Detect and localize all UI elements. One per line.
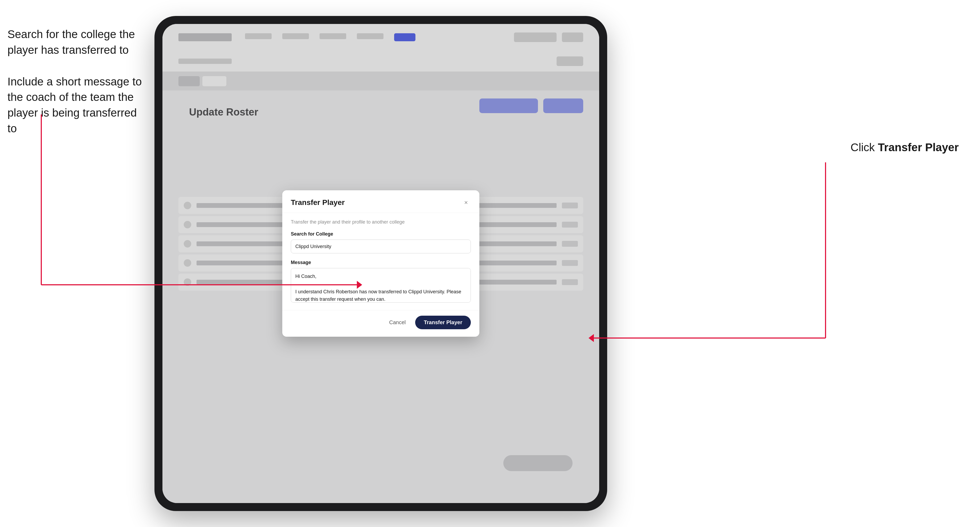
annotation-left: Search for the college the player has tr…	[8, 27, 146, 152]
tablet-frame: Update Roster Transfer Player × Transfer…	[154, 16, 607, 511]
search-college-label: Search for College	[291, 231, 471, 237]
modal-subtitle: Transfer the player and their profile to…	[291, 219, 471, 225]
modal-header: Transfer Player ×	[282, 190, 479, 213]
annotation-right: Click Transfer Player	[851, 141, 959, 154]
modal-title: Transfer Player	[291, 198, 345, 207]
transfer-player-button[interactable]: Transfer Player	[415, 316, 471, 329]
annotation-message-text: Include a short message to the coach of …	[8, 74, 146, 137]
modal-overlay: Transfer Player × Transfer the player an…	[162, 24, 599, 503]
transfer-player-modal: Transfer Player × Transfer the player an…	[282, 190, 479, 337]
search-college-input[interactable]	[291, 240, 471, 253]
tablet-screen: Update Roster Transfer Player × Transfer…	[162, 24, 599, 503]
annotation-search-text: Search for the college the player has tr…	[8, 27, 146, 58]
modal-footer: Cancel Transfer Player	[282, 310, 479, 337]
annotation-click-text: Click	[851, 141, 878, 154]
message-textarea[interactable]: Hi Coach, I understand Chris Robertson h…	[291, 268, 471, 303]
message-label: Message	[291, 260, 471, 265]
modal-close-button[interactable]: ×	[461, 198, 471, 207]
annotation-transfer-bold: Transfer Player	[878, 141, 959, 154]
modal-body: Transfer the player and their profile to…	[282, 213, 479, 310]
cancel-button[interactable]: Cancel	[385, 317, 410, 328]
